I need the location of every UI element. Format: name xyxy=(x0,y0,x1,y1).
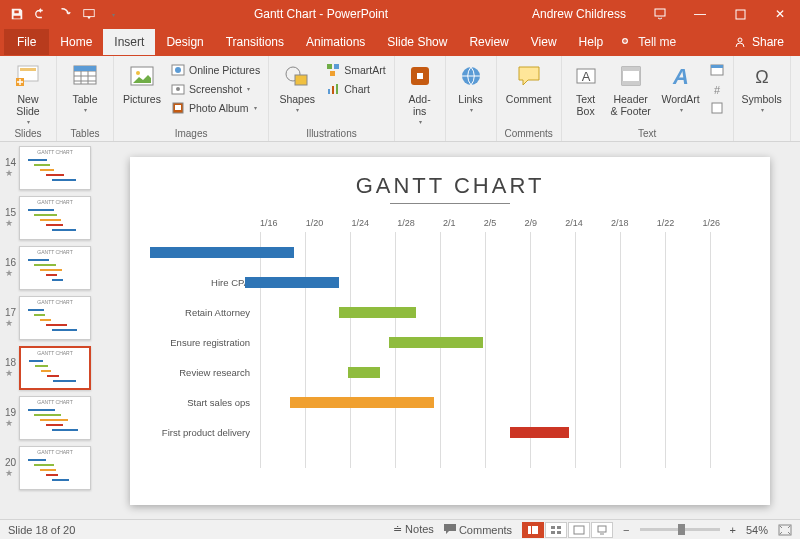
comments-button[interactable]: Comments xyxy=(444,524,512,536)
photo-album-button[interactable]: Photo Album xyxy=(168,99,262,116)
animation-star-icon: ★ xyxy=(5,368,13,378)
tab-animations[interactable]: Animations xyxy=(295,29,376,55)
svg-rect-41 xyxy=(532,526,538,534)
tab-file[interactable]: File xyxy=(4,29,49,55)
task-row: Review research xyxy=(150,360,700,386)
tab-home[interactable]: Home xyxy=(49,29,103,55)
ribbon: New Slide Slides Table Tables Pictures O… xyxy=(0,56,800,142)
slide-thumbnail-14[interactable]: GANTT CHART xyxy=(19,146,91,190)
addins-button[interactable]: Add- ins xyxy=(401,59,439,126)
status-bar: Slide 18 of 20 ≐ Notes Comments − + 54% xyxy=(0,519,800,539)
maximize-icon[interactable] xyxy=(720,0,760,28)
object-button[interactable] xyxy=(708,99,727,116)
wordart-button[interactable]: AWordArt xyxy=(658,59,704,114)
screenshot-button[interactable]: Screenshot xyxy=(168,80,262,97)
smartart-button[interactable]: SmartArt xyxy=(323,61,387,78)
tell-me-search[interactable]: Tell me xyxy=(620,35,676,49)
task-label: Ensure registration xyxy=(150,337,255,348)
symbols-button[interactable]: ΩSymbols xyxy=(740,59,784,114)
menu-bar: File Home Insert Design Transitions Anim… xyxy=(0,28,800,56)
workspace: 14★GANTT CHART15★GANTT CHART16★GANTT CHA… xyxy=(0,142,800,519)
tab-review[interactable]: Review xyxy=(458,29,519,55)
new-slide-icon xyxy=(13,61,43,91)
group-label-illustrations: Illustrations xyxy=(306,127,357,140)
user-name[interactable]: Andrew Childress xyxy=(518,7,640,21)
tab-slideshow[interactable]: Slide Show xyxy=(376,29,458,55)
undo-icon[interactable] xyxy=(30,3,52,25)
thumbnail-panel[interactable]: 14★GANTT CHART15★GANTT CHART16★GANTT CHA… xyxy=(0,142,100,519)
title-bar: Gantt Chart - PowerPoint Andrew Childres… xyxy=(0,0,800,28)
svg-rect-40 xyxy=(528,526,531,534)
pictures-button[interactable]: Pictures xyxy=(120,59,164,105)
normal-view-icon[interactable] xyxy=(522,522,544,538)
links-button[interactable]: Links xyxy=(452,59,490,114)
tab-insert[interactable]: Insert xyxy=(103,29,155,55)
redo-icon[interactable] xyxy=(54,3,76,25)
zoom-slider[interactable] xyxy=(640,528,720,531)
svg-rect-23 xyxy=(328,89,330,94)
task-row: Hire CPA xyxy=(150,270,700,296)
slide-area[interactable]: GANTT CHART 1/161/201/241/282/12/52/92/1… xyxy=(100,142,800,519)
animation-star-icon: ★ xyxy=(5,268,13,278)
tab-help[interactable]: Help xyxy=(568,29,615,55)
group-label-text: Text xyxy=(638,127,656,140)
slide-thumbnail-15[interactable]: GANTT CHART xyxy=(19,196,91,240)
slide-thumbnail-17[interactable]: GANTT CHART xyxy=(19,296,91,340)
slide-number-button[interactable]: # xyxy=(708,80,727,97)
pictures-icon xyxy=(127,61,157,91)
share-button[interactable]: Share xyxy=(734,35,796,49)
comment-button[interactable]: Comment xyxy=(503,59,555,105)
table-button[interactable]: Table xyxy=(63,59,107,114)
reading-view-icon[interactable] xyxy=(568,522,590,538)
slide-thumbnail-18[interactable]: GANTT CHART xyxy=(19,346,91,390)
zoom-level[interactable]: 54% xyxy=(746,524,768,536)
save-icon[interactable] xyxy=(6,3,28,25)
task-row: File paperwork xyxy=(150,240,700,266)
svg-rect-22 xyxy=(330,71,335,76)
sorter-view-icon[interactable] xyxy=(545,522,567,538)
svg-text:#: # xyxy=(714,84,721,96)
svg-rect-20 xyxy=(327,64,332,69)
slideshow-view-icon[interactable] xyxy=(591,522,613,538)
new-slide-button[interactable]: New Slide xyxy=(6,59,50,126)
tab-transitions[interactable]: Transitions xyxy=(215,29,295,55)
media-button[interactable]: Media xyxy=(797,59,800,114)
svg-point-13 xyxy=(175,67,181,73)
ribbon-options-icon[interactable] xyxy=(640,0,680,28)
textbox-button[interactable]: AText Box xyxy=(568,59,604,117)
slide-thumbnail-20[interactable]: GANTT CHART xyxy=(19,446,91,490)
group-label-images: Images xyxy=(175,127,208,140)
shapes-button[interactable]: Shapes xyxy=(275,59,319,114)
close-icon[interactable]: ✕ xyxy=(760,0,800,28)
addins-icon xyxy=(405,61,435,91)
svg-rect-47 xyxy=(598,526,606,532)
slide-thumbnail-19[interactable]: GANTT CHART xyxy=(19,396,91,440)
online-pictures-button[interactable]: Online Pictures xyxy=(168,61,262,78)
slide-counter[interactable]: Slide 18 of 20 xyxy=(8,524,75,536)
svg-text:A: A xyxy=(672,64,689,88)
task-bar xyxy=(348,367,380,378)
tab-design[interactable]: Design xyxy=(155,29,214,55)
svg-rect-42 xyxy=(551,526,555,529)
zoom-in-button[interactable]: + xyxy=(730,524,736,536)
object-icon xyxy=(710,100,725,115)
slide-canvas[interactable]: GANTT CHART 1/161/201/241/282/12/52/92/1… xyxy=(130,157,770,505)
online-pictures-icon xyxy=(170,62,185,77)
tab-view[interactable]: View xyxy=(520,29,568,55)
task-label: Review research xyxy=(150,367,255,378)
minimize-icon[interactable]: — xyxy=(680,0,720,28)
notes-button[interactable]: ≐ Notes xyxy=(393,523,434,536)
chart-button[interactable]: Chart xyxy=(323,80,387,97)
fit-to-window-icon[interactable] xyxy=(778,524,792,536)
task-label: First product delivery xyxy=(150,427,255,438)
slide-thumbnail-16[interactable]: GANTT CHART xyxy=(19,246,91,290)
header-footer-button[interactable]: Header & Footer xyxy=(608,59,654,117)
qat-customize-icon[interactable] xyxy=(102,3,124,25)
zoom-out-button[interactable]: − xyxy=(623,524,629,536)
svg-rect-44 xyxy=(551,531,555,534)
date-time-button[interactable] xyxy=(708,61,727,78)
task-label: Start sales ops xyxy=(150,397,255,408)
start-slideshow-icon[interactable] xyxy=(78,3,100,25)
shapes-icon xyxy=(282,61,312,91)
textbox-icon: A xyxy=(571,61,601,91)
